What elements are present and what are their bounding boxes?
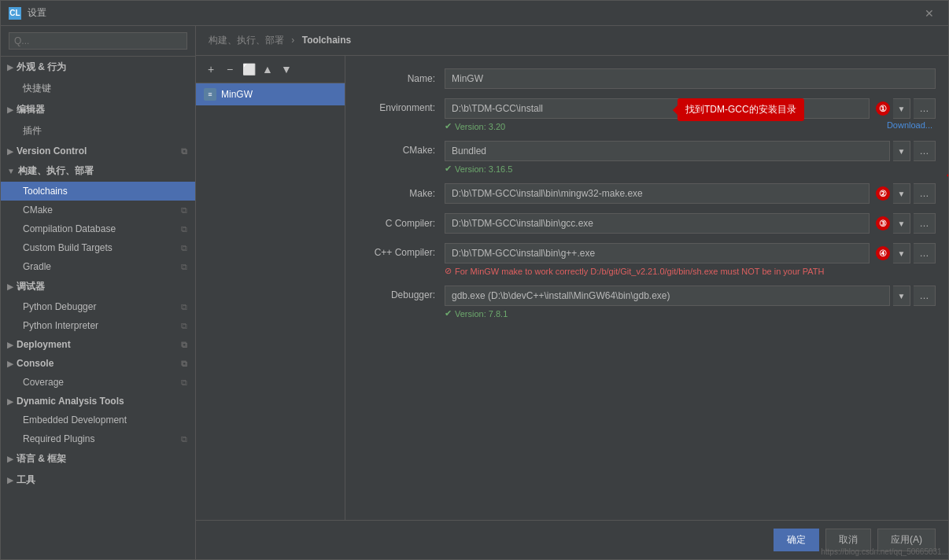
move-down-button[interactable]: ▼ xyxy=(278,61,295,78)
arrow-icon-console: ▶ xyxy=(7,359,13,368)
arrow-icon-vc: ▶ xyxy=(7,147,13,156)
debugger-version: ✔ Version: 7.8.1 xyxy=(445,308,936,319)
sidebar-item-pythondebugger[interactable]: Python Debugger ⧉ xyxy=(1,297,195,316)
c-compiler-row: C Compiler: ③ ▼ … xyxy=(358,213,936,234)
cmake-field-row: ▼ … xyxy=(445,141,936,161)
cmake-dropdown-btn[interactable]: ▼ xyxy=(893,141,910,161)
sidebar-item-cmake[interactable]: CMake ⧉ xyxy=(1,201,195,219)
search-box xyxy=(1,26,195,57)
arrow-icon-dynanalysis: ▶ xyxy=(7,397,13,406)
c-compiler-browse-btn[interactable]: … xyxy=(914,213,936,234)
copy-icon-vc: ⧉ xyxy=(181,146,187,157)
environment-dropdown-btn[interactable]: ▼ xyxy=(893,98,910,119)
app-icon: CL xyxy=(9,7,21,20)
move-up-button[interactable]: ▲ xyxy=(259,61,276,78)
sidebar-item-toolchains[interactable]: Toolchains xyxy=(1,182,195,201)
cpp-compiler-label: C++ Compiler: xyxy=(358,247,445,258)
dialog-title: 设置 xyxy=(28,6,46,20)
environment-field-group: ① ▼ … 找到TDM-GCC的安装目录 ✔ xyxy=(445,98,936,131)
copy-icon-cmake: ⧉ xyxy=(181,205,187,216)
sidebar-item-debugger-section[interactable]: ▶ 调试器 xyxy=(1,276,195,297)
cmake-version: ✔ Version: 3.16.5 xyxy=(445,164,936,174)
callout-bubble-1: 找到TDM-GCC的安装目录 xyxy=(678,98,804,121)
environment-input[interactable] xyxy=(445,98,870,119)
search-input[interactable] xyxy=(9,32,187,50)
step-badge-4: ④ xyxy=(876,246,890,260)
environment-browse-btn[interactable]: … xyxy=(914,98,936,119)
make-label: Make: xyxy=(358,188,445,199)
step-badge-2: ② xyxy=(876,186,890,201)
cpp-compiler-field-row: ④ ▼ … xyxy=(445,243,936,263)
toolchain-item-mingw[interactable]: ≡ MinGW xyxy=(196,83,345,105)
make-dropdown-btn[interactable]: ▼ xyxy=(893,183,910,204)
cpp-compiler-browse-btn[interactable]: … xyxy=(914,243,936,263)
check-icon-debugger: ✔ xyxy=(445,308,452,319)
sidebar-item-deployment[interactable]: ▶ Deployment ⧉ xyxy=(1,335,195,354)
check-icon-env: ✔ xyxy=(445,121,452,131)
cmake-input[interactable] xyxy=(445,141,890,161)
sidebar-item-keymap[interactable]: 快捷键 xyxy=(1,78,195,99)
sidebar-item-buildexec[interactable]: ▼ 构建、执行、部署 xyxy=(1,160,195,182)
name-input[interactable] xyxy=(445,68,936,89)
copy-icon-reqplugins: ⧉ xyxy=(181,434,187,444)
check-icon-cmake: ✔ xyxy=(445,164,452,174)
close-button[interactable]: ✕ xyxy=(918,4,940,23)
cmake-browse-btn[interactable]: … xyxy=(914,141,936,161)
debugger-field-row: ▼ … xyxy=(445,286,936,306)
make-field-group: ② ▼ … xyxy=(445,183,936,204)
environment-label: Environment: xyxy=(358,102,445,113)
toolbar: + − ⬜ ▲ ▼ xyxy=(196,56,345,83)
copy-icon-deploy: ⧉ xyxy=(181,340,187,350)
make-field-row: ② ▼ … xyxy=(445,183,936,204)
sidebar-item-custombuild[interactable]: Custom Build Targets ⧉ xyxy=(1,238,195,257)
debugger-dropdown-btn[interactable]: ▼ xyxy=(893,286,910,306)
arrow-icon-langs: ▶ xyxy=(7,455,13,463)
c-compiler-dropdown-btn[interactable]: ▼ xyxy=(893,213,910,234)
add-button[interactable]: + xyxy=(202,61,220,78)
environment-row: Environment: ① ▼ … 找到TDM-GCC的安装目录 xyxy=(358,98,936,131)
cmake-label: CMake: xyxy=(358,145,445,156)
cmake-row: CMake: ▼ … ✔ Version: 3.16.5 xyxy=(358,141,936,174)
cpp-compiler-field-group: ④ ▼ … ⊘ For MinGW make to work correctly… xyxy=(445,243,936,276)
sidebar-item-langs[interactable]: ▶ 语言 & 框架 xyxy=(1,448,195,470)
name-field-row xyxy=(445,68,936,89)
sidebar-item-versioncontrol[interactable]: ▶ Version Control ⧉ xyxy=(1,142,195,160)
name-row: Name: xyxy=(358,68,936,89)
arrow-icon-deploy: ▶ xyxy=(7,341,13,349)
copy-button[interactable]: ⬜ xyxy=(240,61,257,78)
sidebar-item-tools[interactable]: ▶ 工具 xyxy=(1,470,195,491)
sidebar-item-dynamicanalysis[interactable]: ▶ Dynamic Analysis Tools xyxy=(1,392,195,411)
debugger-row: Debugger: ▼ … ✔ Version: 7.8.1 xyxy=(358,286,936,319)
copy-icon-pydbg: ⧉ xyxy=(181,302,187,312)
sidebar-item-plugins[interactable]: 插件 xyxy=(1,120,195,142)
copy-icon-pyint: ⧉ xyxy=(181,321,187,331)
sidebar-item-embeddeddev[interactable]: Embedded Development xyxy=(1,411,195,429)
settings-panel: Name: Environment: ① xyxy=(345,56,948,520)
sidebar-item-pythoninterpreter[interactable]: Python Interpreter ⧉ xyxy=(1,316,195,335)
make-row: Make: ② ▼ … 这几个就再bin目录下找相关文件就行 xyxy=(358,183,936,204)
sidebar-item-gradle[interactable]: Gradle ⧉ xyxy=(1,257,195,276)
confirm-button[interactable]: 确定 xyxy=(774,529,819,551)
sidebar-item-console[interactable]: ▶ Console ⧉ xyxy=(1,354,195,373)
arrow-icon-debugger: ▶ xyxy=(7,282,13,291)
sidebar-item-coverage[interactable]: Coverage ⧉ xyxy=(1,373,195,392)
remove-button[interactable]: − xyxy=(221,61,238,78)
sidebar-item-editor[interactable]: ▶ 编辑器 xyxy=(1,99,195,120)
cpp-compiler-dropdown-btn[interactable]: ▼ xyxy=(893,243,910,263)
download-link[interactable]: Download... xyxy=(887,120,932,130)
debugger-browse-btn[interactable]: … xyxy=(914,286,936,306)
copy-icon-custombuild: ⧉ xyxy=(181,243,187,253)
cpp-compiler-input[interactable] xyxy=(445,243,870,263)
sidebar-item-compilationdb[interactable]: Compilation Database ⧉ xyxy=(1,219,195,238)
name-label: Name: xyxy=(358,73,445,84)
sidebar: ▶ 外观 & 行为 快捷键 ▶ 编辑器 插件 ▶ Version Control… xyxy=(1,26,196,559)
debugger-input[interactable] xyxy=(445,286,890,306)
c-compiler-input[interactable] xyxy=(445,213,870,234)
sidebar-item-appearance[interactable]: ▶ 外观 & 行为 xyxy=(1,57,195,78)
sidebar-item-requiredplugins[interactable]: Required Plugins ⧉ xyxy=(1,429,195,448)
cmake-field-group: ▼ … ✔ Version: 3.16.5 xyxy=(445,141,936,174)
make-browse-btn[interactable]: … xyxy=(914,183,936,204)
make-input[interactable] xyxy=(445,183,870,204)
footer: 确定 取消 应用(A) https://blog.csdn.net/qq_506… xyxy=(196,520,948,559)
copy-icon-coverage: ⧉ xyxy=(181,378,187,388)
